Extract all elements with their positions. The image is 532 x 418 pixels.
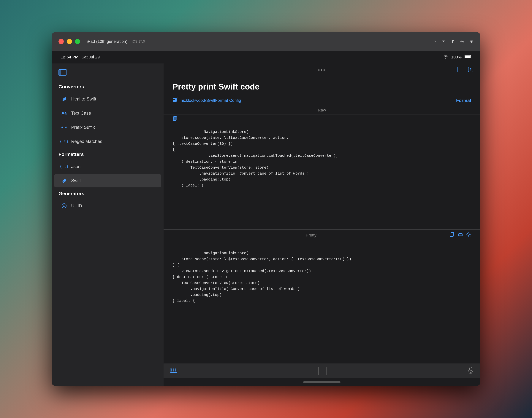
status-right: 100% <box>443 55 471 60</box>
share-icon[interactable]: ⬆ <box>451 39 455 45</box>
output-panel-header: Pretty <box>164 230 480 241</box>
code-area: nicklockwood/SwiftFormat Config Format R… <box>164 95 480 363</box>
topbar-dots: ••• <box>318 67 326 73</box>
sidebar-item-json[interactable]: {..} Json <box>54 160 161 173</box>
ios-version: iOS 17.0 <box>132 40 145 44</box>
brightness-icon[interactable]: ✳ <box>460 39 464 45</box>
input-copy-icon[interactable] <box>172 116 178 122</box>
fullscreen-button[interactable] <box>75 39 80 44</box>
input-panel: nicklockwood/SwiftFormat Config Format R… <box>164 95 480 229</box>
sidebar-item-label: UUID <box>71 203 82 209</box>
battery-icon <box>465 55 471 59</box>
sidebar-item-text-case[interactable]: Aa Text Case <box>54 106 161 120</box>
topbar-right-icons <box>458 67 473 73</box>
split-view-icon[interactable] <box>458 67 464 73</box>
sidebar-item-label: Html to Swift <box>71 96 96 102</box>
input-code[interactable]: NavigationLinkStore( store.scope(state: … <box>164 122 480 229</box>
mac-window: iPad (10th generation) iOS 17.0 ⌂ ⊡ ⬆ ✳ … <box>52 32 480 386</box>
sidebar-item-label: Text Case <box>71 111 91 116</box>
close-button[interactable] <box>59 39 64 44</box>
print-button[interactable] <box>458 232 463 238</box>
output-panel: Pretty <box>164 229 480 363</box>
input-code-text: NavigationLinkStore( store.scope(state: … <box>172 130 338 188</box>
main-content: ••• <box>164 63 480 386</box>
svg-point-31 <box>468 234 469 235</box>
output-code: NavigationLinkStore( store.scope(state: … <box>164 241 480 363</box>
converters-section-label: Converters <box>52 81 164 92</box>
text-case-icon: Aa <box>61 110 67 116</box>
mac-titlebar: iPad (10th generation) iOS 17.0 ⌂ ⊡ ⬆ ✳ … <box>52 32 480 51</box>
output-code-text: NavigationLinkStore( store.scope(state: … <box>172 251 351 303</box>
json-icon: {..} <box>61 163 67 170</box>
ipad-frame: 12:54 PM Sat Jul 29 100% <box>52 51 480 386</box>
main-topbar: ••• <box>164 63 480 77</box>
swift-formatter-icon <box>61 177 67 184</box>
copy-button[interactable] <box>450 232 455 238</box>
config-link[interactable]: nicklockwood/SwiftFormat Config <box>172 97 241 104</box>
prefix-suffix-icon <box>61 124 67 131</box>
status-time: 12:54 PM <box>61 55 78 59</box>
format-button[interactable]: Format <box>456 98 471 103</box>
sidebar-toggle[interactable] <box>52 67 164 81</box>
svg-rect-4 <box>59 70 61 75</box>
settings-button[interactable] <box>466 232 471 238</box>
pretty-label: Pretty <box>172 233 450 238</box>
kbd-sep-right <box>326 367 326 375</box>
traffic-lights <box>59 39 80 44</box>
keyboard-center <box>177 367 468 375</box>
sidebar-item-uuid[interactable]: UUID <box>54 199 161 212</box>
svg-point-13 <box>63 205 65 207</box>
sidebar-item-regex[interactable]: (.*) Regex Matches <box>54 135 161 148</box>
svg-rect-30 <box>459 235 462 236</box>
home-icon[interactable]: ⌂ <box>433 39 436 45</box>
upload-icon[interactable] <box>468 67 473 73</box>
battery-percent: 100% <box>451 55 462 59</box>
sidebar-item-prefix-suffix[interactable]: Prefix Suffix <box>54 121 161 134</box>
keyboard-toggle-icon[interactable] <box>170 368 177 374</box>
formatters-section-label: Formatters <box>52 149 164 160</box>
sidebar-item-label: Swift <box>71 178 81 183</box>
svg-rect-35 <box>175 369 176 370</box>
svg-rect-1 <box>471 56 471 57</box>
home-indicator <box>164 378 480 386</box>
ipad-content: Converters Html to Swift Aa Text Case <box>52 63 480 386</box>
raw-label: Raw <box>172 108 471 113</box>
config-icon <box>172 97 178 104</box>
sidebar-item-swift[interactable]: Swift <box>54 174 161 187</box>
sidebar-item-label: Regex Matches <box>71 139 102 144</box>
status-date: Sat Jul 29 <box>81 55 100 59</box>
svg-rect-37 <box>173 370 174 372</box>
sidebar-item-html-to-swift[interactable]: Html to Swift <box>54 92 161 106</box>
panel-action-icons <box>450 232 471 238</box>
generators-section-label: Generators <box>52 188 164 199</box>
config-text: nicklockwood/SwiftFormat Config <box>181 98 241 103</box>
svg-rect-36 <box>171 370 172 372</box>
svg-rect-39 <box>470 367 472 371</box>
input-panel-header: nicklockwood/SwiftFormat Config Format <box>164 95 480 106</box>
ipad-statusbar: 12:54 PM Sat Jul 29 100% <box>52 51 480 63</box>
svg-rect-32 <box>170 368 177 372</box>
regex-icon: (.*) <box>61 138 67 145</box>
uuid-icon <box>61 202 67 209</box>
svg-rect-2 <box>465 56 470 58</box>
swift-icon <box>61 96 67 102</box>
home-bar <box>303 381 340 383</box>
svg-rect-25 <box>174 116 177 120</box>
minimize-button[interactable] <box>67 39 72 44</box>
grid-icon[interactable]: ⊞ <box>469 39 473 45</box>
svg-rect-23 <box>173 99 175 100</box>
svg-rect-34 <box>173 369 174 370</box>
svg-rect-38 <box>175 370 176 372</box>
mic-icon[interactable] <box>468 367 473 375</box>
wifi-icon <box>443 55 448 60</box>
kbd-sep-left <box>318 367 319 375</box>
device-name: iPad (10th generation) <box>87 39 127 44</box>
page-title: Pretty print Swift code <box>164 77 480 95</box>
svg-rect-33 <box>171 369 172 370</box>
mac-toolbar: ⌂ ⊡ ⬆ ✳ ⊞ <box>433 39 473 45</box>
screenshot-icon[interactable]: ⊡ <box>441 39 446 45</box>
sidebar-item-label: Json <box>71 164 81 169</box>
sidebar: Converters Html to Swift Aa Text Case <box>52 63 164 386</box>
sidebar-item-label: Prefix Suffix <box>71 125 95 130</box>
keyboard-bar <box>164 363 480 378</box>
